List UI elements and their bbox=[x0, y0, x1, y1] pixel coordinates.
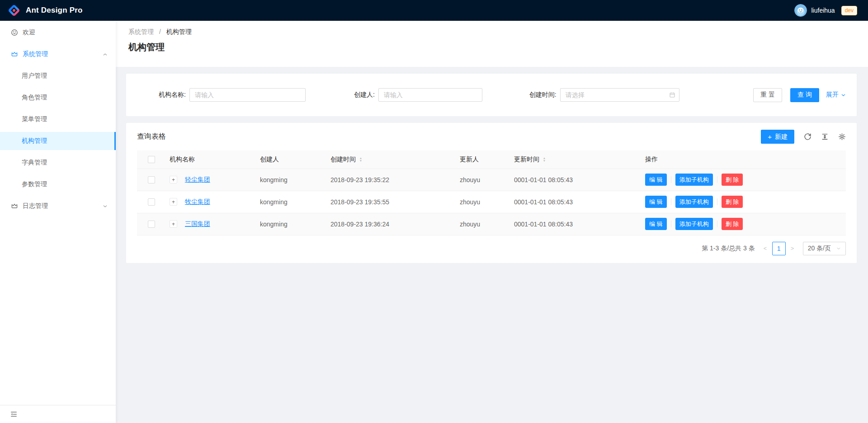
search-buttons: 重 置 查 询 展开 bbox=[753, 88, 846, 102]
action-divider bbox=[717, 176, 717, 183]
avatar[interactable] bbox=[794, 4, 807, 17]
cell-updated: 0001-01-01 08:05:43 bbox=[510, 213, 642, 235]
delete-button[interactable]: 删 除 bbox=[722, 218, 743, 230]
cell-updater: zhouyu bbox=[456, 169, 510, 191]
next-page-icon[interactable]: > bbox=[787, 242, 798, 255]
sidebar-item-menu-mgmt[interactable]: 菜单管理 bbox=[0, 110, 116, 128]
breadcrumb-item-org: 机构管理 bbox=[166, 28, 192, 35]
sidebar-group-label: 系统管理 bbox=[23, 50, 48, 58]
expand-row-icon[interactable]: + bbox=[170, 198, 177, 206]
column-header-updated[interactable]: 更新时间▲▼ bbox=[510, 150, 642, 169]
search-filter-card: 机构名称: 创建人: 创建时间: bbox=[126, 74, 857, 116]
chevron-up-icon bbox=[103, 52, 108, 57]
expand-label: 展开 bbox=[826, 91, 839, 99]
action-divider bbox=[717, 198, 717, 205]
org-table: 机构名称 创建人 创建时间▲▼ 更新人 更新时间▲▼ 操作 bbox=[137, 150, 846, 235]
org-name-link[interactable]: 三国集团 bbox=[185, 220, 210, 227]
sidebar-item-welcome[interactable]: 欢迎 bbox=[0, 24, 116, 42]
sidebar-item-label: 参数管理 bbox=[22, 180, 47, 188]
table-row: + 轻尘集团 kongming 2018-09-23 19:35:22 zhou… bbox=[137, 169, 846, 191]
sorter-icon[interactable]: ▲▼ bbox=[359, 157, 363, 162]
page-size-select[interactable]: 20 条/页 bbox=[803, 242, 846, 255]
delete-button[interactable]: 删 除 bbox=[722, 196, 743, 208]
sidebar-group-system[interactable]: 系统管理 bbox=[0, 45, 116, 63]
new-button[interactable]: + 新建 bbox=[761, 130, 794, 144]
prev-page-icon[interactable]: < bbox=[760, 242, 771, 255]
sidebar-item-dict-mgmt[interactable]: 字典管理 bbox=[0, 154, 116, 172]
action-divider bbox=[671, 176, 671, 183]
sidebar-item-param-mgmt[interactable]: 参数管理 bbox=[0, 175, 116, 193]
reset-button[interactable]: 重 置 bbox=[753, 88, 782, 102]
table-row: + 三国集团 kongming 2018-09-23 19:36:24 zhou… bbox=[137, 213, 846, 235]
pagination-total: 第 1-3 条/总共 3 条 bbox=[702, 244, 755, 253]
breadcrumb-separator: / bbox=[159, 28, 161, 35]
ant-design-logo-icon bbox=[7, 4, 21, 17]
create-time-picker[interactable] bbox=[560, 88, 679, 102]
edit-button[interactable]: 编 辑 bbox=[645, 196, 667, 208]
search-field-create-time: 创建时间: bbox=[529, 88, 679, 102]
expand-row-icon[interactable]: + bbox=[170, 176, 177, 183]
page-header: 系统管理 / 机构管理 机构管理 bbox=[116, 21, 868, 67]
main-content: 系统管理 / 机构管理 机构管理 机构名称: 创建人: 创建时间: bbox=[116, 21, 868, 423]
sidebar-item-label: 用户管理 bbox=[22, 72, 47, 80]
creator-input[interactable] bbox=[378, 88, 482, 102]
sidebar-item-role-mgmt[interactable]: 角色管理 bbox=[0, 89, 116, 107]
sidebar-item-user-mgmt[interactable]: 用户管理 bbox=[0, 67, 116, 85]
cell-creator: kongming bbox=[256, 213, 327, 235]
column-height-icon[interactable] bbox=[821, 133, 829, 141]
sidebar-group-log[interactable]: 日志管理 bbox=[0, 197, 116, 215]
org-name-link[interactable]: 牧尘集团 bbox=[185, 198, 210, 205]
column-header-updater: 更新人 bbox=[456, 150, 510, 169]
sidebar-footer bbox=[0, 405, 116, 423]
delete-button[interactable]: 删 除 bbox=[722, 174, 743, 186]
field-label: 创建时间: bbox=[529, 91, 557, 99]
query-button[interactable]: 查 询 bbox=[790, 88, 819, 102]
add-child-org-button[interactable]: 添加子机构 bbox=[675, 196, 713, 208]
column-header-created[interactable]: 创建时间▲▼ bbox=[327, 150, 456, 169]
cell-creator: kongming bbox=[256, 169, 327, 191]
chevron-down-icon bbox=[841, 93, 846, 98]
sidebar: 欢迎 系统管理 用户管理 角色管理 菜单管理 机构管理 字典管理 bbox=[0, 21, 116, 423]
brand-name: Ant Design Pro bbox=[26, 6, 83, 15]
settings-gear-icon[interactable] bbox=[838, 133, 846, 141]
row-checkbox[interactable] bbox=[148, 221, 155, 228]
search-field-org-name: 机构名称: bbox=[159, 88, 306, 102]
add-child-org-button[interactable]: 添加子机构 bbox=[675, 218, 713, 230]
smile-icon bbox=[11, 29, 18, 36]
add-child-org-button[interactable]: 添加子机构 bbox=[675, 174, 713, 186]
sidebar-item-org-mgmt[interactable]: 机构管理 bbox=[0, 132, 116, 150]
search-field-creator: 创建人: bbox=[354, 88, 482, 102]
expand-toggle[interactable]: 展开 bbox=[826, 91, 846, 99]
breadcrumb-item-system[interactable]: 系统管理 bbox=[128, 28, 154, 35]
edit-button[interactable]: 编 辑 bbox=[645, 174, 667, 186]
row-checkbox[interactable] bbox=[148, 198, 155, 206]
select-all-checkbox[interactable] bbox=[148, 156, 155, 163]
crown-icon bbox=[11, 202, 18, 210]
row-checkbox[interactable] bbox=[148, 176, 155, 183]
field-label: 创建人: bbox=[354, 91, 375, 99]
pagination: 第 1-3 条/总共 3 条 < 1 > 20 条/页 bbox=[137, 242, 846, 255]
org-name-input[interactable] bbox=[189, 88, 306, 102]
crown-icon bbox=[11, 51, 18, 58]
column-header-label: 创建时间 bbox=[330, 155, 356, 163]
cell-updated: 0001-01-01 08:05:43 bbox=[510, 169, 642, 191]
plus-icon: + bbox=[768, 133, 772, 141]
table-card-title: 查询表格 bbox=[137, 132, 166, 141]
page-title: 机构管理 bbox=[128, 41, 855, 53]
app-header: Ant Design Pro liufeihua dev bbox=[0, 0, 868, 21]
sidebar-item-label: 菜单管理 bbox=[22, 115, 47, 123]
edit-button[interactable]: 编 辑 bbox=[645, 218, 667, 230]
brand[interactable]: Ant Design Pro bbox=[7, 4, 83, 17]
reload-icon[interactable] bbox=[804, 133, 811, 141]
org-name-link[interactable]: 轻尘集团 bbox=[185, 176, 210, 183]
action-divider bbox=[671, 221, 671, 227]
column-header-org-name: 机构名称 bbox=[166, 150, 256, 169]
expand-row-icon[interactable]: + bbox=[170, 220, 177, 228]
cell-updater: zhouyu bbox=[456, 213, 510, 235]
cell-creator: kongming bbox=[256, 191, 327, 213]
user-name[interactable]: liufeihua bbox=[811, 7, 835, 14]
sorter-icon[interactable]: ▲▼ bbox=[542, 157, 546, 162]
page-number-1[interactable]: 1 bbox=[772, 242, 786, 255]
menu-fold-icon[interactable] bbox=[10, 411, 17, 418]
action-divider bbox=[671, 198, 671, 205]
